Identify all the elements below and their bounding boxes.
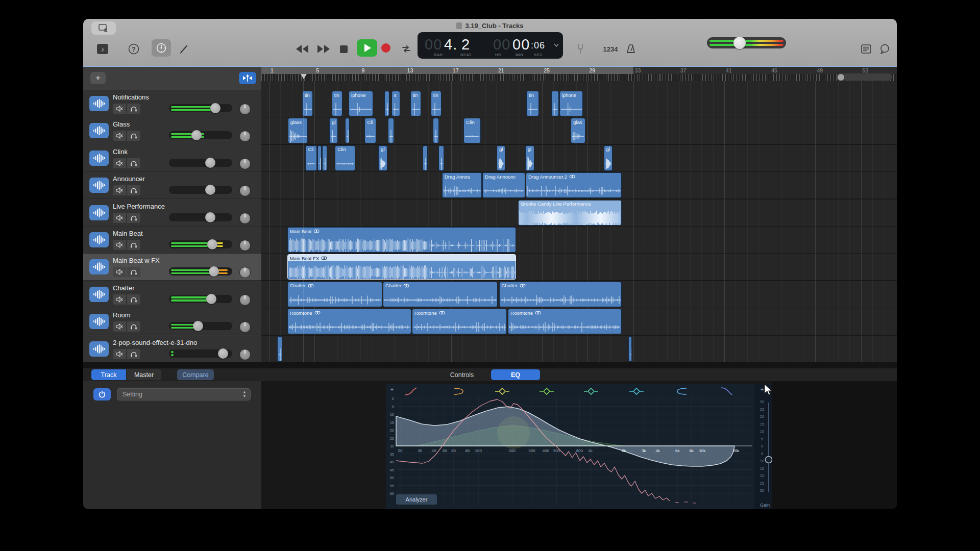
audio-region[interactable] — [628, 336, 632, 362]
audio-region-tin[interactable]: tin — [431, 91, 442, 116]
audio-region-chatter[interactable]: Chatter — [383, 282, 498, 307]
audio-region-roomtone[interactable]: Roomtone — [508, 309, 622, 334]
audio-region-cli[interactable]: Cli — [364, 118, 376, 143]
audio-region-roomtone[interactable]: Roomtone — [412, 309, 507, 334]
playhead[interactable] — [304, 74, 304, 363]
gain-slider-knob[interactable] — [766, 457, 772, 463]
track-icon[interactable] — [89, 205, 109, 220]
notes-button[interactable] — [859, 41, 873, 57]
audio-region-gl[interactable]: gl — [378, 145, 387, 171]
volume-knob[interactable] — [209, 266, 219, 277]
mute-button[interactable] — [113, 185, 126, 195]
audio-region[interactable] — [423, 145, 428, 171]
metronome-button[interactable] — [623, 41, 639, 57]
tab-track[interactable]: Track — [91, 369, 126, 380]
mute-button[interactable] — [113, 267, 126, 277]
audio-region-gl[interactable]: gl — [604, 145, 613, 171]
audio-region[interactable] — [388, 118, 394, 143]
audio-region-drag-annou[interactable]: Drag Annou — [442, 172, 482, 198]
catch-playhead-button[interactable] — [239, 72, 256, 84]
plugin-power-button[interactable] — [93, 388, 111, 400]
track-name[interactable]: Main Beat w FX — [113, 257, 160, 264]
solo-button[interactable] — [127, 294, 140, 305]
solo-button[interactable] — [127, 349, 140, 359]
volume-knob[interactable] — [207, 239, 217, 249]
playhead-marker[interactable] — [301, 74, 307, 79]
track-header-row[interactable]: Main Beat — [83, 227, 261, 254]
add-track-button[interactable]: + — [90, 72, 106, 84]
setting-dropdown[interactable]: Setting ▲▼ — [117, 388, 251, 400]
audio-region-drag-announc[interactable]: Drag Announc — [482, 172, 525, 198]
solo-button[interactable] — [127, 321, 140, 332]
pan-knob[interactable] — [239, 294, 251, 306]
horizontal-zoom-slider[interactable] — [836, 73, 892, 81]
track-header-row[interactable]: Announcer — [83, 172, 261, 199]
audio-region[interactable] — [433, 118, 439, 143]
master-volume-knob[interactable] — [733, 37, 746, 49]
mute-button[interactable] — [113, 104, 126, 114]
tab-controls[interactable]: Controls — [440, 369, 483, 380]
chevron-down-icon[interactable] — [554, 43, 559, 47]
track-header-row[interactable]: Notifications — [83, 90, 261, 117]
zoom-slider-knob[interactable] — [838, 74, 844, 81]
track-name[interactable]: Clink — [113, 148, 128, 156]
track-name[interactable]: Live Performance — [113, 203, 165, 210]
track-header-row[interactable]: 2-pop-sound-effect-e-31-dno — [83, 336, 261, 363]
track-name[interactable]: Announcer — [113, 175, 145, 183]
volume-slider[interactable] — [169, 267, 232, 276]
audio-region[interactable] — [551, 91, 559, 116]
track-header-row[interactable]: Glass — [83, 117, 261, 144]
track-icon[interactable] — [89, 123, 109, 138]
help-button[interactable]: ? — [127, 41, 140, 57]
cycle-button[interactable] — [399, 41, 414, 57]
master-volume-slider[interactable] — [707, 37, 786, 48]
forward-button[interactable] — [315, 41, 332, 57]
track-name[interactable]: 2-pop-sound-effect-e-31-dno — [113, 339, 197, 346]
solo-button[interactable] — [127, 104, 140, 114]
pan-knob[interactable] — [239, 240, 251, 251]
solo-button[interactable] — [127, 158, 140, 168]
track-icon[interactable] — [89, 259, 109, 274]
mute-button[interactable] — [113, 240, 126, 250]
track-name[interactable]: Main Beat — [113, 230, 143, 237]
play-button[interactable] — [357, 39, 377, 57]
eq-display[interactable]: +051015202530354045505560203040506080100… — [386, 384, 772, 509]
audio-region[interactable] — [384, 91, 389, 116]
audio-region-brooke-candy-live-performance[interactable]: Brooke Candy Live Performance — [518, 200, 622, 226]
audio-region-roomtone[interactable]: Roomtone — [287, 309, 411, 334]
solo-button[interactable] — [127, 267, 140, 277]
ruler-ticks[interactable] — [261, 74, 897, 81]
volume-slider[interactable] — [169, 159, 232, 167]
mute-button[interactable] — [113, 349, 126, 359]
timeline-ruler[interactable]: 1591317212529333741454953 — [261, 67, 897, 74]
track-icon[interactable] — [89, 314, 109, 329]
pencil-button[interactable] — [178, 41, 190, 57]
volume-knob[interactable] — [205, 158, 215, 168]
audio-region-cli[interactable]: Cli — [305, 145, 316, 171]
track-icon[interactable] — [89, 287, 109, 302]
audio-region[interactable] — [438, 145, 444, 171]
audio-region-main-beat[interactable]: Main Beat — [287, 227, 516, 253]
count-in-button[interactable]: 1234 — [601, 41, 620, 57]
audio-region-chatter[interactable]: Chatter — [287, 282, 382, 307]
volume-slider[interactable] — [169, 295, 232, 303]
lcd-display[interactable]: 00 4. 2 BAR BEAT 00 00 : 06 HR MIN SEC — [418, 32, 563, 59]
tuning-fork-button[interactable] — [574, 41, 586, 57]
audio-region-gl[interactable]: gl — [497, 145, 505, 171]
audio-region-clin[interactable]: Clin — [335, 145, 355, 171]
pan-knob[interactable] — [239, 131, 251, 142]
pan-knob[interactable] — [239, 104, 251, 115]
audio-region-iphone[interactable]: iphone — [559, 91, 583, 116]
track-name[interactable]: Chatter — [113, 284, 135, 292]
mute-button[interactable] — [113, 294, 126, 305]
rewind-button[interactable] — [293, 41, 311, 57]
compare-button[interactable]: Compare — [177, 369, 214, 380]
pan-knob[interactable] — [239, 321, 251, 333]
solo-button[interactable] — [127, 240, 140, 250]
audio-region-tin[interactable]: tin — [332, 91, 342, 116]
track-header-row[interactable]: Chatter — [83, 281, 261, 308]
tab-eq[interactable]: EQ — [491, 369, 540, 380]
track-name[interactable]: Glass — [113, 120, 130, 128]
volume-slider[interactable] — [169, 349, 232, 358]
volume-slider[interactable] — [169, 131, 232, 139]
